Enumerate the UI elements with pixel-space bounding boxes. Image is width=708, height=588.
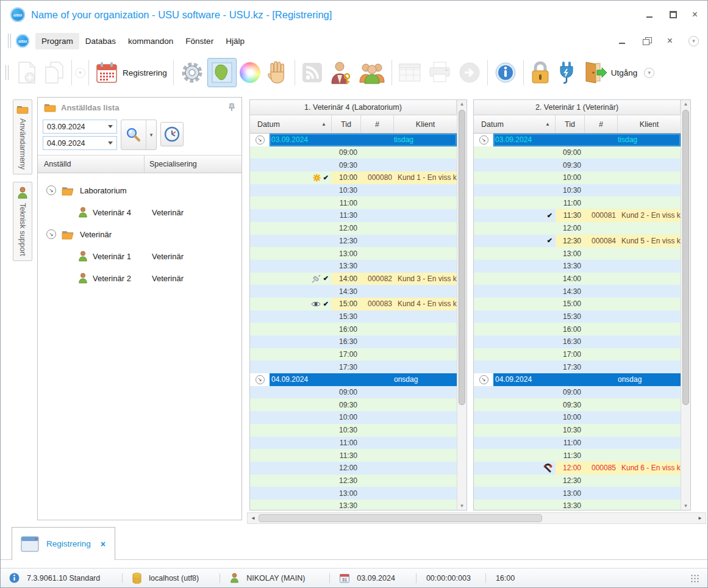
collapse-icon[interactable]: ↘ xyxy=(479,135,488,145)
time-row[interactable]: 10:30 xyxy=(250,424,457,437)
tree-employee-row[interactable]: Veterinär 2Veterinär xyxy=(38,267,241,289)
time-cell[interactable]: 10:00 xyxy=(556,413,585,421)
time-cell[interactable]: 11:00 xyxy=(332,439,361,447)
appointment-row[interactable]: ✔11:30000081Kund 2 - En viss kund xyxy=(474,209,681,222)
time-row[interactable]: 13:00 xyxy=(474,247,681,260)
scroll-up-icon[interactable]: ▲ xyxy=(681,101,690,107)
order-number-cell[interactable]: 000082 xyxy=(361,273,394,285)
time-row[interactable]: 11:30 xyxy=(474,449,681,462)
time-cell[interactable]: 16:00 xyxy=(556,325,585,334)
scroll-down-icon[interactable]: ▼ xyxy=(457,503,467,509)
time-cell[interactable]: 14:00 xyxy=(332,273,361,285)
menu-item-databas[interactable]: Databas xyxy=(79,33,122,49)
column-datum[interactable]: Datum▲ xyxy=(250,115,332,133)
appointment-row[interactable]: ✔10:00000080Kund 1 - En viss kund xyxy=(250,171,457,184)
vertical-scroll-thumb[interactable] xyxy=(459,110,465,405)
time-row[interactable]: 14:30 xyxy=(474,285,681,298)
time-cell[interactable]: 09:30 xyxy=(556,401,585,409)
time-cell[interactable]: 09:30 xyxy=(556,161,585,170)
menu-item-fönster[interactable]: Fönster xyxy=(179,33,220,49)
time-cell[interactable]: 11:30 xyxy=(332,451,361,460)
usu-logo-icon-small[interactable]: usu xyxy=(16,34,29,48)
time-row[interactable]: 13:00 xyxy=(474,487,681,500)
time-row[interactable]: 14:00 xyxy=(474,273,681,285)
column-datum[interactable]: Datum▲ xyxy=(474,115,556,133)
time-cell[interactable]: 12:30 xyxy=(332,476,361,485)
time-row[interactable]: 13:00 xyxy=(250,247,457,260)
time-cell[interactable]: 12:00 xyxy=(556,224,585,232)
client-cell[interactable]: Kund 1 - En viss kund xyxy=(394,171,457,184)
employees-button[interactable] xyxy=(356,58,388,87)
time-cell[interactable]: 12:00 xyxy=(556,462,585,475)
time-row[interactable]: 16:30 xyxy=(250,335,457,348)
time-row[interactable]: 12:30 xyxy=(474,475,681,487)
time-row[interactable]: 15:30 xyxy=(474,310,681,323)
time-row[interactable]: 11:00 xyxy=(250,437,457,450)
time-cell[interactable]: 09:00 xyxy=(556,148,585,157)
time-cell[interactable]: 12:30 xyxy=(556,235,585,248)
time-cell[interactable]: 09:00 xyxy=(332,148,361,157)
time-row[interactable]: 11:00 xyxy=(250,196,457,209)
scroll-right-icon[interactable]: ► xyxy=(696,515,704,521)
registrering-button[interactable]: Registrering xyxy=(92,58,170,87)
time-row[interactable]: 13:30 xyxy=(474,260,681,273)
menubar-options-icon[interactable]: ▾ xyxy=(688,36,699,46)
time-cell[interactable]: 16:30 xyxy=(332,337,361,346)
time-row[interactable]: 10:00 xyxy=(250,411,457,424)
vertical-scrollbar[interactable]: ▲▼ xyxy=(457,100,467,510)
time-cell[interactable]: 13:00 xyxy=(332,249,361,258)
time-cell[interactable]: 16:30 xyxy=(556,337,585,346)
records-options-icon[interactable]: ▾ xyxy=(75,68,85,78)
time-cell[interactable]: 09:30 xyxy=(332,401,361,409)
client-cell[interactable]: Kund 4 - En viss kund xyxy=(394,298,457,310)
info-button[interactable] xyxy=(491,58,520,87)
column-klient[interactable]: Klient xyxy=(618,115,681,133)
vertical-scroll-thumb[interactable] xyxy=(682,110,689,405)
go-button[interactable] xyxy=(455,58,484,87)
resize-grip[interactable] xyxy=(690,573,699,583)
time-cell[interactable]: 13:00 xyxy=(556,489,585,498)
maximize-button[interactable] xyxy=(669,11,678,18)
time-cell[interactable]: 11:00 xyxy=(332,199,361,207)
time-cell[interactable]: 10:30 xyxy=(556,186,585,195)
horizontal-scrollbar[interactable]: ◄ ► xyxy=(247,512,706,524)
column-anstalld[interactable]: Anställd xyxy=(38,156,145,173)
time-row[interactable]: 17:00 xyxy=(250,348,457,361)
time-row[interactable]: 10:30 xyxy=(474,184,681,197)
time-row[interactable]: 09:30 xyxy=(250,159,457,171)
mdi-minimize-button[interactable] xyxy=(618,37,627,45)
time-cell[interactable]: 12:00 xyxy=(332,224,361,232)
time-cell[interactable]: 10:30 xyxy=(332,186,361,195)
schedule-button[interactable] xyxy=(160,122,184,146)
time-cell[interactable]: 11:00 xyxy=(556,439,585,447)
toolbar-grip-2[interactable] xyxy=(5,65,9,80)
toolbar-grip[interactable] xyxy=(8,34,11,48)
pin-icon[interactable] xyxy=(228,103,235,112)
time-cell[interactable]: 17:00 xyxy=(332,350,361,359)
scroll-down-icon[interactable]: ▼ xyxy=(681,503,690,509)
date-row[interactable]: ↘03.09.2024tisdag xyxy=(250,134,457,146)
menu-item-hjälp[interactable]: Hjälp xyxy=(220,33,251,49)
menu-item-kommandon[interactable]: kommandon xyxy=(122,33,179,49)
time-row[interactable]: 10:30 xyxy=(474,424,681,437)
sidebar-tab-teknisk-support[interactable]: Teknisk support xyxy=(13,182,32,261)
vertical-scrollbar[interactable]: ▲▼ xyxy=(681,100,690,510)
new-record-button[interactable] xyxy=(13,58,40,87)
time-row[interactable]: 16:00 xyxy=(250,323,457,335)
time-row[interactable]: 11:00 xyxy=(474,196,681,209)
sidebar-tab-anvandarmeny[interactable]: Användarmeny xyxy=(13,99,32,174)
time-row[interactable]: 12:30 xyxy=(250,475,457,487)
tree-employee-row[interactable]: Veterinär 4Veterinär xyxy=(38,201,241,223)
collapse-icon[interactable]: ↘ xyxy=(256,375,265,384)
employee-columns-header[interactable]: Anställd Specialisering xyxy=(38,155,241,173)
time-row[interactable]: 16:30 xyxy=(474,335,681,348)
time-row[interactable]: 09:00 xyxy=(250,386,457,399)
time-cell[interactable]: 11:00 xyxy=(556,199,585,207)
time-cell[interactable]: 09:30 xyxy=(332,161,361,170)
time-row[interactable]: 09:00 xyxy=(250,146,457,159)
sort-ascending-icon[interactable]: ▲ xyxy=(545,121,550,127)
minimize-button[interactable] xyxy=(646,11,654,18)
time-cell[interactable]: 13:00 xyxy=(332,489,361,498)
time-row[interactable]: 13:00 xyxy=(250,487,457,500)
time-cell[interactable]: 10:00 xyxy=(556,173,585,182)
